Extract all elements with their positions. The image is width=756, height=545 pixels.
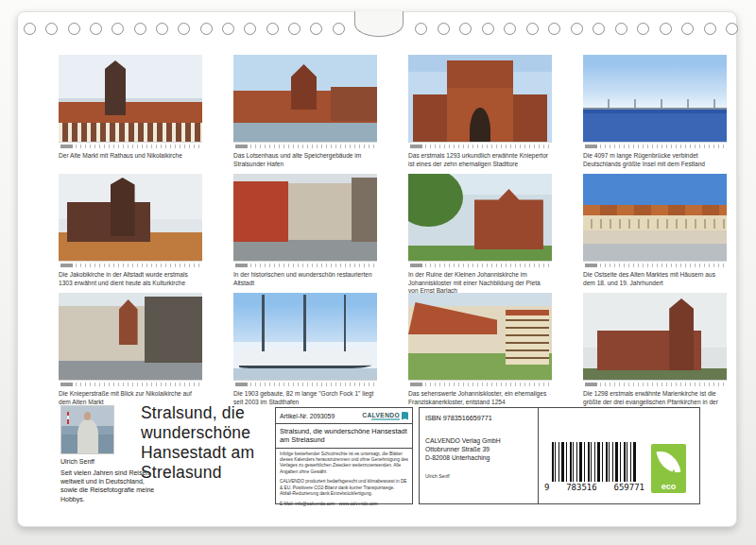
- binder-hole: [310, 23, 322, 35]
- publisher-street: Ottobrunner Straße 39: [425, 446, 532, 454]
- calendar-thumbnail: In der historischen und wunderschön rest…: [233, 174, 377, 283]
- mini-month-strip: [583, 142, 727, 149]
- photo-jakobikirche: [59, 174, 202, 268]
- barcode-digit-group2: 659771: [613, 483, 644, 492]
- eco-badge-label: eco: [651, 482, 686, 491]
- mini-month-strip: [59, 261, 202, 268]
- calendar-thumbnail: Die 1298 erstmals erwähnte Marienkirche …: [583, 293, 727, 402]
- binder-hole: [134, 23, 146, 35]
- thumbnail-caption: Die Jakobikirche in der Altstadt wurde e…: [59, 271, 200, 287]
- binder-hole: [244, 23, 256, 35]
- binder-hole: [548, 23, 560, 35]
- binder-hole: [615, 23, 627, 35]
- calvendo-logo: CALVENDO: [362, 412, 408, 420]
- info-box-header: Artikel-Nr. 2093059 CALVENDO: [276, 408, 412, 424]
- mini-month-strip: [583, 261, 727, 268]
- photo-johanniskirche-ruine: [408, 174, 552, 268]
- binder-hole: [68, 23, 80, 35]
- binder-hole: [726, 23, 738, 35]
- binder-hole: [333, 23, 345, 35]
- photo-kniepertor: [408, 55, 552, 149]
- binder-hole: [571, 23, 583, 35]
- mini-month-strip: [408, 142, 552, 149]
- calendar-thumbnail: Das Lotsenhaus und alte Speichergebäude …: [233, 55, 377, 164]
- binder-hole: [482, 23, 494, 35]
- photo-alter-markt: [59, 55, 202, 149]
- author-credit: Ulrich Senff: [425, 473, 532, 479]
- mini-month-strip: [59, 380, 202, 387]
- thumbnail-caption: In der historischen und wunderschön rest…: [233, 271, 375, 287]
- thumbnail-caption: Der Alte Markt mit Rathaus und Nikolaiki…: [59, 152, 200, 161]
- calvendo-wordmark-wrap: CALVENDO: [362, 412, 400, 420]
- binder-holes-right: [415, 23, 738, 35]
- calendar-thumbnail: In der Ruine der Kleinen Johanniskirche …: [408, 174, 552, 283]
- hanger-notch: [354, 11, 404, 37]
- calendar-thumbnail: Die 1903 gebaute, 82 m lange "Gorch Fock…: [233, 293, 377, 402]
- calendar-thumbnail: Die Knieperstraße mit Blick zur Nikolaik…: [59, 293, 202, 402]
- publisher-name: CALVENDO Verlag GmbH: [425, 437, 532, 446]
- calendar-back-page: Der Alte Markt mit Rathaus und Nikolaiki…: [17, 11, 737, 527]
- photo-lotsenhaus: [233, 55, 377, 149]
- calendar-thumbnail: Die Jakobikirche in der Altstadt wurde e…: [59, 174, 202, 283]
- article-number: Artikel-Nr. 2093059: [280, 413, 335, 419]
- photo-marienkirche: [583, 293, 727, 387]
- binder-hole: [24, 23, 36, 35]
- calvendo-wordmark: CALVENDO: [362, 412, 400, 418]
- binder-hole: [415, 23, 427, 35]
- binder-hole: [90, 23, 102, 35]
- publisher-city: D-82008 Unterhaching: [425, 454, 532, 463]
- mini-month-strip: [59, 142, 202, 149]
- product-info-box: Artikel-Nr. 2093059 CALVENDO Stralsund, …: [275, 407, 413, 504]
- legal-note: Infolge bestehender Schutzrechte ist es …: [276, 449, 412, 476]
- barcode-pane: 9 783516 659771 eco: [539, 408, 699, 503]
- binder-hole: [459, 23, 472, 35]
- thumbnail-caption: Die 4097 m lange Rügenbrücke verbindet D…: [583, 152, 725, 168]
- binder-hole: [156, 23, 168, 35]
- binder-hole: [222, 23, 234, 35]
- thumbnail-caption: Die Ostseite des Alten Marktes mit Häuse…: [583, 271, 725, 287]
- binder-hole: [704, 23, 716, 35]
- mini-month-strip: [233, 380, 377, 387]
- binder-hole: [681, 23, 694, 35]
- mini-month-strip: [233, 261, 377, 268]
- thumbnail-caption: Das erstmals 1293 urkundlich erwähnte Kn…: [408, 152, 550, 168]
- photo-ruegenbruecke: [583, 55, 727, 149]
- barcode-digit-lead: 9: [544, 483, 549, 492]
- calendar-thumbnail: Der Alte Markt mit Rathaus und Nikolaiki…: [59, 55, 202, 164]
- calendar-thumbnail: Das erstmals 1293 urkundlich erwähnte Kn…: [408, 55, 552, 164]
- binder-hole: [112, 23, 124, 35]
- photo-altstadt-gasse: [233, 174, 377, 268]
- barcode-digit-group1: 783516: [566, 483, 597, 492]
- binder-hole: [526, 23, 539, 35]
- thumbnail-caption: Das sehenswerte Johanniskloster, ein ehe…: [408, 390, 550, 406]
- isbn-number: ISBN 9783516659771: [425, 414, 532, 422]
- binder-holes-left: [24, 23, 345, 35]
- eco-badge: eco: [651, 444, 686, 493]
- mini-month-strip: [233, 142, 377, 149]
- binder-hole: [593, 23, 605, 35]
- calvendo-book-icon: [402, 412, 408, 420]
- binder-hole: [637, 23, 649, 35]
- production-note: CALVENDO produziert bedarfsgerecht und k…: [276, 475, 412, 497]
- photo-alter-markt-ostseite: [583, 174, 727, 268]
- mini-month-strip: [408, 261, 552, 268]
- calendar-thumbnail: Die Ostseite des Alten Marktes mit Häuse…: [583, 174, 727, 283]
- mini-month-strip: [408, 380, 552, 387]
- thumbnail-grid: Der Alte Markt mit Rathaus und Nikolaiki…: [59, 55, 727, 402]
- lighthouse-detail: [67, 412, 70, 424]
- binder-hole: [438, 23, 450, 35]
- contact-line: E-Mail: info@calvendo.com · www.calvendo…: [276, 498, 412, 507]
- author-name: Ulrich Senff: [60, 458, 94, 465]
- publisher-address: CALVENDO Verlag GmbH Ottobrunner Straße …: [425, 437, 532, 462]
- photo-knieperstrasse: [59, 293, 202, 387]
- thumbnail-caption: Das Lotsenhaus und alte Speichergebäude …: [233, 152, 375, 168]
- calendar-thumbnail: Die 4097 m lange Rügenbrücke verbindet D…: [583, 55, 727, 164]
- binder-hole: [45, 23, 58, 35]
- binder-hole: [660, 23, 672, 35]
- photo-johanniskloster: [408, 293, 552, 387]
- mini-month-strip: [583, 380, 727, 387]
- binder-hole: [178, 23, 190, 35]
- binder-hole: [288, 23, 301, 35]
- thumbnail-caption: In der Ruine der Kleinen Johanniskirche …: [408, 271, 550, 296]
- publisher-pane: ISBN 9783516659771 CALVENDO Verlag GmbH …: [420, 408, 539, 503]
